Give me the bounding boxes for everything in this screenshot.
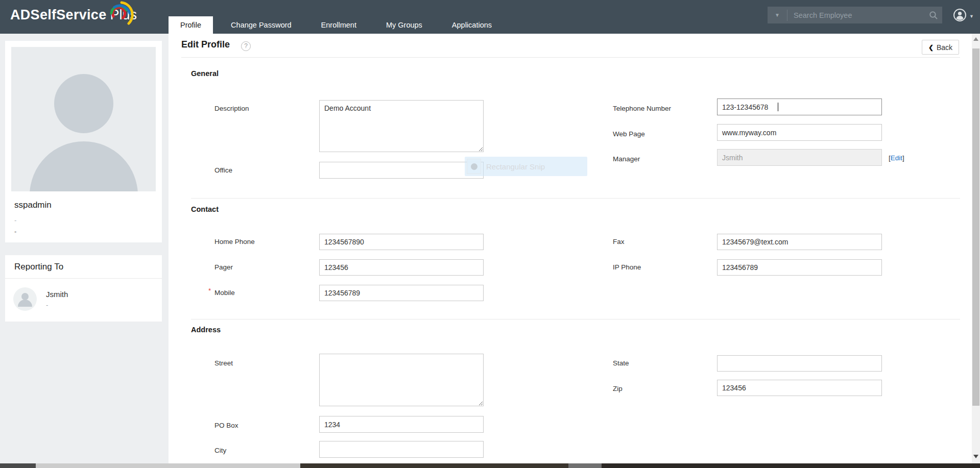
contact-address-divider: [191, 319, 960, 319]
office-label: Office: [214, 166, 232, 174]
bottom-segment-black: [602, 463, 980, 468]
profile-photo-placeholder: [11, 47, 156, 191]
manager-avatar: [13, 287, 37, 311]
scrollbar-thumb[interactable]: [972, 48, 979, 406]
search-icon[interactable]: [925, 11, 942, 20]
sidebar-user-detail-1: -: [14, 216, 16, 224]
bottom-segment-brown: [300, 463, 568, 468]
tab-profile[interactable]: Profile: [169, 16, 213, 34]
user-account-menu[interactable]: ▼: [953, 8, 974, 24]
edit-link-label[interactable]: Edit: [891, 154, 902, 162]
search-input[interactable]: [787, 11, 925, 19]
vertical-scrollbar[interactable]: [972, 34, 980, 463]
search-scope-dropdown-icon[interactable]: ▼: [768, 12, 787, 18]
webpage-label: Web Page: [613, 130, 645, 138]
mobile-label-text: Mobile: [214, 289, 235, 297]
back-chevron-icon: ❮: [928, 44, 934, 51]
manager-name: Jsmith: [46, 290, 68, 299]
scroll-down-arrow-icon[interactable]: [973, 455, 978, 458]
tab-my-groups[interactable]: My Groups: [374, 16, 434, 34]
sidebar-username: sspadmin: [14, 200, 52, 210]
city-input[interactable]: [319, 441, 484, 458]
snip-mode-iconbox: [467, 159, 481, 174]
page-title: Edit Profile: [181, 39, 230, 50]
webpage-input[interactable]: [717, 124, 882, 141]
tab-enrollment[interactable]: Enrollment: [309, 16, 368, 34]
avatar-silhouette-head: [54, 74, 113, 133]
bottom-segment-dark: [0, 463, 36, 468]
user-icon: [953, 8, 967, 24]
user-profile-card: sspadmin - -: [5, 41, 162, 242]
mobile-input[interactable]: [319, 285, 484, 301]
home-phone-label: Home Phone: [214, 238, 255, 245]
bottom-hscrollbar-thumb: [36, 463, 300, 468]
scroll-up-arrow-icon[interactable]: [973, 37, 978, 41]
user-menu-caret-icon: ▼: [969, 14, 974, 19]
general-contact-divider: [191, 198, 960, 199]
logo-swoosh-icon: [106, 1, 135, 33]
state-input[interactable]: [717, 355, 882, 372]
manager-detail: -: [46, 301, 48, 309]
required-asterisk: *: [208, 287, 211, 294]
description-textarea[interactable]: Demo Account: [319, 100, 484, 152]
manager-edit-link[interactable]: [Edit]: [889, 154, 904, 162]
top-header-bar: ADSelfServicePlus Profile Change Passwor…: [0, 0, 980, 34]
bottom-segment-gray: [568, 463, 602, 468]
street-label: Street: [214, 359, 233, 367]
employee-search-box: ▼: [768, 7, 942, 23]
tab-change-password[interactable]: Change Password: [219, 16, 303, 34]
help-icon[interactable]: ?: [241, 41, 251, 51]
tab-applications[interactable]: Applications: [440, 16, 504, 34]
city-label: City: [214, 447, 226, 454]
reporting-to-title: Reporting To: [5, 255, 162, 279]
back-button-label: Back: [937, 43, 952, 52]
brand-name-bold: ADSelfService: [10, 7, 107, 22]
telephone-input[interactable]: [717, 98, 882, 115]
adselfservice-app: ADSelfServicePlus Profile Change Passwor…: [0, 0, 980, 468]
manager-input: [717, 149, 882, 166]
po-box-input[interactable]: [319, 416, 484, 433]
mobile-label: *Mobile: [214, 289, 235, 297]
ip-phone-input[interactable]: [717, 259, 882, 276]
edit-bracket-close: ]: [902, 154, 904, 162]
pager-label: Pager: [214, 263, 233, 271]
description-label: Description: [214, 105, 249, 112]
po-box-label: PO Box: [214, 422, 238, 429]
snip-circle-icon: [471, 163, 477, 170]
zip-label: Zip: [613, 385, 623, 392]
text-cursor: [778, 103, 778, 111]
sidebar-user-detail-2: -: [14, 228, 16, 235]
ip-phone-label: IP Phone: [613, 263, 641, 271]
snip-overlay-label: Rectangular Snip: [486, 162, 545, 171]
section-title-address: Address: [191, 326, 221, 334]
zip-input[interactable]: [717, 380, 882, 396]
edit-profile-panel: Edit Profile ? ❮ Back General Descriptio…: [169, 34, 972, 463]
fax-input[interactable]: [717, 234, 882, 250]
title-divider: [181, 57, 960, 58]
street-textarea[interactable]: [319, 354, 484, 406]
office-input[interactable]: [319, 162, 484, 179]
main-nav-tabs: Profile Change Password Enrollment My Gr…: [169, 16, 510, 34]
snipping-tool-overlay: Rectangular Snip: [465, 157, 587, 176]
fax-label: Fax: [613, 238, 625, 245]
bottom-edge-strip: [0, 463, 980, 468]
state-label: State: [613, 359, 629, 367]
avatar-silhouette-body: [30, 141, 138, 191]
left-sidebar: sspadmin - - Reporting To Jsmith -: [0, 34, 169, 463]
home-phone-input[interactable]: [319, 234, 484, 250]
back-button[interactable]: ❮ Back: [922, 40, 959, 55]
telephone-label: Telephone Number: [613, 105, 671, 112]
section-title-contact: Contact: [191, 205, 219, 213]
section-title-general: General: [191, 69, 219, 78]
manager-label: Manager: [613, 155, 640, 163]
pager-input[interactable]: [319, 259, 484, 276]
reporting-to-card: Reporting To Jsmith -: [5, 255, 162, 322]
